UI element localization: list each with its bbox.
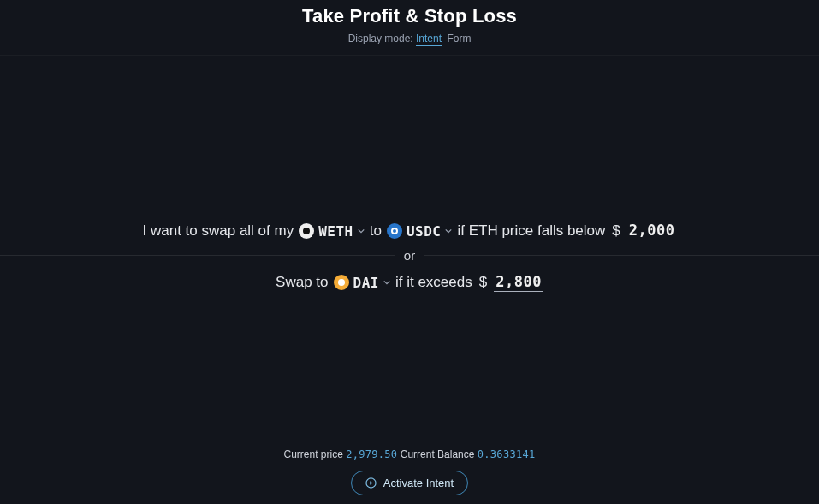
current-price-value: 2,979.50: [346, 448, 397, 460]
to-token-2-symbol: DAI: [353, 275, 379, 291]
current-price-label: Current price: [283, 448, 342, 460]
current-balance-label: Current Balance: [401, 448, 475, 460]
display-mode-label: Display mode:: [348, 33, 413, 44]
activate-intent-label: Activate Intent: [383, 477, 454, 489]
display-mode-row: Display mode: Intent Form: [0, 33, 819, 44]
intent-text: if it exceeds: [395, 274, 472, 291]
intent-text: I want to swap all of my: [143, 222, 294, 240]
dai-icon: [334, 275, 349, 290]
usdc-icon: [387, 223, 402, 239]
play-icon: [365, 477, 377, 489]
chevron-down-icon: [358, 228, 365, 234]
or-separator: or: [0, 248, 819, 263]
divider-line: [424, 255, 819, 256]
chevron-down-icon: [383, 279, 390, 286]
status-line: Current price 2,979.50 Current Balance 0…: [0, 448, 819, 460]
divider-line: [0, 255, 395, 256]
from-token-symbol: WETH: [318, 223, 353, 240]
takeprofit-price-input[interactable]: 2,800: [494, 273, 543, 292]
weth-icon: [299, 223, 314, 239]
display-mode-form-link[interactable]: Form: [447, 33, 471, 44]
display-mode-intent-link[interactable]: Intent: [416, 33, 442, 46]
stoploss-price-input[interactable]: 2,000: [627, 222, 677, 240]
or-label: or: [395, 248, 424, 263]
to-token-1-symbol: USDC: [407, 223, 442, 240]
current-balance-value: 0.3633141: [478, 448, 536, 460]
intent-line-takeprofit: Swap to DAI if it exceeds $ 2,800: [0, 273, 819, 292]
intent-line-stoploss: I want to swap all of my WETH to USDC if…: [0, 222, 819, 240]
to-token-picker-1[interactable]: USDC: [387, 223, 453, 240]
chevron-down-icon: [445, 228, 452, 234]
page-title: Take Profit & Stop Loss: [0, 5, 819, 27]
to-token-picker-2[interactable]: DAI: [334, 275, 390, 291]
currency-symbol: $: [612, 222, 620, 240]
intent-text: to: [370, 222, 382, 240]
from-token-picker[interactable]: WETH: [299, 223, 365, 240]
activate-intent-button[interactable]: Activate Intent: [351, 471, 468, 495]
intent-text: if ETH price falls below: [457, 222, 605, 240]
intent-canvas: I want to swap all of my WETH to USDC if…: [0, 55, 819, 448]
currency-symbol: $: [479, 274, 487, 291]
intent-text: Swap to: [276, 274, 328, 291]
